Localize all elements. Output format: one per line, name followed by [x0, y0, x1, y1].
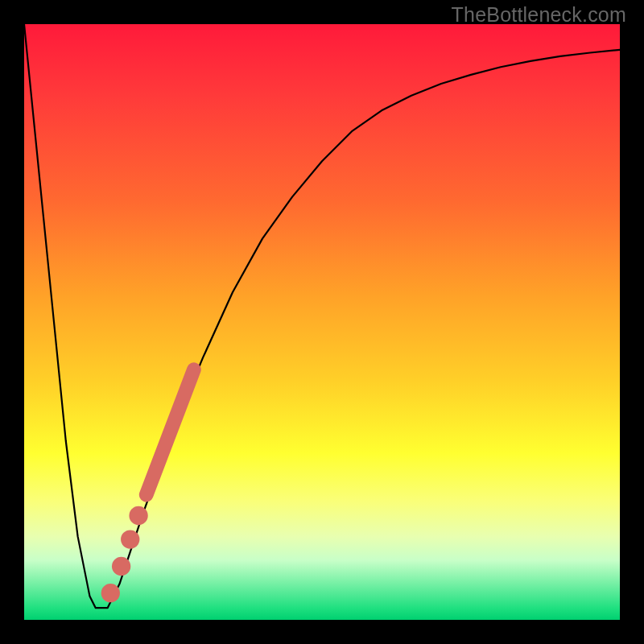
marker-dot [101, 584, 120, 602]
watermark-text: TheBottleneck.com [452, 3, 626, 27]
chart-frame: TheBottleneck.com [0, 0, 644, 644]
marker-segment [147, 369, 194, 494]
chart-svg [24, 24, 620, 620]
marker-group [101, 369, 194, 602]
marker-dot [121, 530, 139, 548]
marker-dot [129, 506, 147, 525]
plot-area [24, 24, 620, 620]
marker-dot [112, 557, 130, 576]
bottleneck-curve [24, 24, 620, 608]
